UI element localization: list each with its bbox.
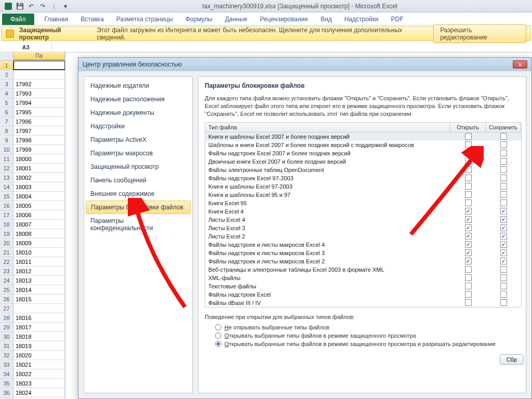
save-checkbox[interactable]: [500, 141, 507, 148]
row-header[interactable]: 12: [0, 164, 14, 172]
cell[interactable]: 18016: [14, 313, 65, 322]
cell[interactable]: 18000: [14, 154, 65, 163]
cell[interactable]: 18007: [14, 220, 65, 229]
col-file-type[interactable]: Тип файла: [205, 123, 450, 132]
dialog-titlebar[interactable]: Центр управления безопасностью ✕: [78, 58, 531, 71]
cell[interactable]: 18002: [14, 173, 65, 182]
open-behavior-radio[interactable]: Открывать выбранные типы файлов в режиме…: [205, 331, 522, 340]
file-type-row[interactable]: Файлы dBase III / IV: [205, 299, 521, 307]
save-checkbox[interactable]: [500, 249, 507, 256]
row-header[interactable]: 16: [0, 201, 14, 210]
qat-more-icon[interactable]: ▾: [60, 1, 71, 11]
save-checkbox[interactable]: [500, 166, 507, 173]
file-type-row[interactable]: Файлы надстроек Excel: [205, 290, 521, 299]
save-checkbox[interactable]: [500, 183, 507, 190]
cell[interactable]: 18005: [14, 201, 65, 210]
excel-icon[interactable]: [3, 1, 14, 11]
row-header[interactable]: 8: [0, 126, 14, 135]
row-header[interactable]: 21: [0, 248, 14, 257]
open-behavior-radio[interactable]: Не открывать выбранные типы файлов: [205, 323, 522, 331]
save-checkbox[interactable]: [500, 233, 507, 240]
row-header[interactable]: 26: [0, 295, 14, 303]
save-icon[interactable]: 💾: [15, 1, 25, 11]
save-checkbox[interactable]: [500, 216, 507, 223]
open-checkbox[interactable]: [465, 141, 472, 148]
cell[interactable]: 18004: [14, 192, 65, 201]
row-header[interactable]: 35: [0, 379, 14, 388]
open-checkbox[interactable]: [465, 266, 472, 273]
open-checkbox[interactable]: [465, 166, 472, 173]
file-type-row[interactable]: XML-файлы: [205, 274, 521, 282]
trust-center-nav-item[interactable]: Надстройки: [84, 119, 192, 133]
open-checkbox[interactable]: [465, 274, 472, 281]
enable-editing-button[interactable]: Разрешить редактирование: [433, 24, 526, 43]
open-checkbox[interactable]: [465, 158, 472, 165]
protected-view-bar[interactable]: Защищенный просмотр Этот файл загружен и…: [1, 26, 531, 41]
row-header[interactable]: 9: [0, 136, 14, 144]
save-checkbox[interactable]: [500, 241, 507, 248]
row-header[interactable]: 1: [0, 61, 14, 70]
cell[interactable]: 18024: [14, 388, 65, 397]
cell[interactable]: 18006: [14, 210, 65, 219]
cell[interactable]: 18012: [14, 267, 65, 275]
save-checkbox[interactable]: [500, 224, 507, 231]
col-save[interactable]: Сохранить: [486, 123, 521, 132]
row-header[interactable]: 7: [0, 117, 14, 126]
row-header[interactable]: 36: [0, 388, 14, 397]
save-checkbox[interactable]: [500, 291, 507, 298]
cell[interactable]: [14, 70, 65, 79]
cell[interactable]: 17994: [14, 98, 65, 107]
file-type-row[interactable]: Файлы электронных таблиц OpenDocument: [205, 166, 521, 174]
open-checkbox[interactable]: [465, 208, 472, 215]
open-checkbox[interactable]: [465, 233, 472, 240]
ribbon-tab[interactable]: Надстройки: [338, 14, 385, 25]
column-header-A[interactable]: Па: [14, 51, 65, 60]
row-header[interactable]: 31: [0, 341, 14, 350]
trust-center-nav-item[interactable]: Защищенный просмотр: [84, 160, 192, 174]
save-checkbox[interactable]: [500, 274, 507, 281]
cell[interactable]: 18021: [14, 360, 65, 369]
file-type-row[interactable]: Двоичные книги Excel 2007 и более поздни…: [205, 157, 521, 166]
row-header[interactable]: 33: [0, 360, 14, 369]
reset-defaults-button[interactable]: Сбр: [500, 354, 524, 365]
open-checkbox[interactable]: [465, 133, 472, 140]
file-type-row[interactable]: Листы Excel 3: [205, 224, 521, 232]
open-checkbox[interactable]: [465, 224, 472, 231]
row-header[interactable]: 10: [0, 145, 14, 154]
save-checkbox[interactable]: [500, 299, 507, 306]
open-checkbox[interactable]: [465, 249, 472, 256]
trust-center-nav-item[interactable]: Внешнее содержимое: [84, 187, 192, 201]
file-type-row[interactable]: Книги и шаблоны Excel 2007 и более поздн…: [205, 132, 521, 141]
save-checkbox[interactable]: [500, 150, 507, 156]
save-checkbox[interactable]: [500, 175, 507, 181]
ribbon-tab[interactable]: PDF: [385, 14, 410, 25]
open-checkbox[interactable]: [465, 200, 472, 206]
cell[interactable]: 17997: [14, 126, 65, 135]
ribbon-tab[interactable]: Разметка страницы: [110, 14, 179, 25]
cell[interactable]: 18019: [14, 341, 65, 350]
row-header[interactable]: 25: [0, 285, 14, 294]
trust-center-nav-item[interactable]: Надежные издатели: [84, 79, 192, 92]
row-header[interactable]: 11: [0, 154, 14, 163]
cell[interactable]: 18008: [14, 229, 65, 238]
cell[interactable]: 18010: [14, 248, 65, 257]
ribbon-tab[interactable]: Главная: [38, 14, 75, 25]
file-type-row[interactable]: Файлы надстроек и листы макросов Excel 3: [205, 249, 521, 257]
cell[interactable]: 18013: [14, 276, 65, 285]
cell[interactable]: 18020: [14, 351, 65, 360]
row-header[interactable]: 18: [0, 220, 14, 229]
open-checkbox[interactable]: [465, 258, 472, 264]
cell[interactable]: 18015: [14, 295, 65, 303]
cell[interactable]: 18017: [14, 323, 65, 331]
file-type-row[interactable]: Файлы надстроек Excel 97-2003: [205, 174, 521, 182]
trust-center-nav-item[interactable]: Надежные документы: [84, 106, 192, 119]
cell[interactable]: 17995: [14, 108, 65, 116]
row-header[interactable]: 20: [0, 238, 14, 247]
row-header[interactable]: 2: [0, 70, 14, 79]
open-checkbox[interactable]: [465, 175, 472, 181]
row-header[interactable]: 14: [0, 182, 14, 191]
open-checkbox[interactable]: [465, 216, 472, 223]
row-header[interactable]: 27: [0, 304, 14, 313]
open-checkbox[interactable]: [465, 299, 472, 306]
save-checkbox[interactable]: [500, 208, 507, 215]
